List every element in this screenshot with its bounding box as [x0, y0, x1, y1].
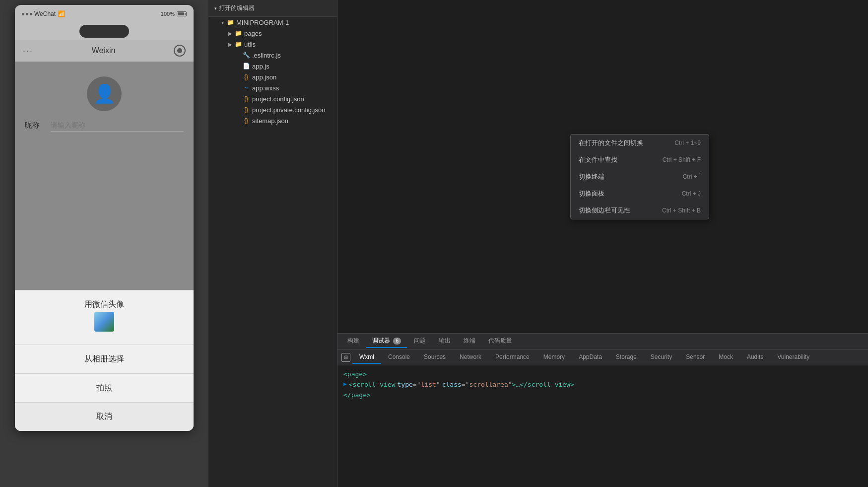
- use-wechat-avatar-label: 用微信头像: [84, 300, 124, 308]
- projectconfig-label: project.config.json: [252, 95, 304, 103]
- battery-tip: [185, 13, 186, 15]
- nickname-label: 昵称: [25, 121, 45, 130]
- dev-tab-storage-label: Storage: [616, 353, 637, 360]
- dev-tab-memory-label: Memory: [543, 353, 565, 360]
- tab-terminal-label: 终端: [464, 337, 475, 344]
- tree-eslintrc[interactable]: 🔧 .eslintrc.js: [208, 50, 337, 61]
- appwxss-icon: ~: [242, 84, 250, 92]
- context-menu: 在打开的文件之间切换 Ctrl + 1~9 在文件中查找 Ctrl + Shif…: [570, 134, 709, 219]
- explorer-header[interactable]: ▾ 打开的编辑器: [208, 0, 337, 17]
- status-left: WeChat 📶: [22, 10, 65, 17]
- phone-nav-bar: ··· Weixin: [15, 40, 194, 62]
- debugger-top-tabs: 构建 调试器 6 问题 输出 终端 代码质量: [337, 334, 868, 349]
- dev-tab-audits[interactable]: Audits: [740, 351, 770, 364]
- context-item-toggle-panel-shortcut: Ctrl + J: [682, 190, 701, 197]
- code-tag-scrollview-close: >…</scroll-view>: [512, 380, 574, 390]
- pages-label: pages: [244, 30, 262, 37]
- tree-pages[interactable]: ▶ 📁 pages: [208, 28, 337, 39]
- context-item-toggle-panel[interactable]: 切换面板 Ctrl + J: [571, 185, 709, 202]
- context-item-switch-files-shortcut: Ctrl + 1~9: [674, 139, 701, 146]
- appwxss-arrow: [234, 84, 242, 92]
- tab-terminal[interactable]: 终端: [458, 335, 481, 348]
- tree-root[interactable]: ▾ 📁 MINIPROGRAM-1: [208, 17, 337, 28]
- tree-utils[interactable]: ▶ 📁 utils: [208, 39, 337, 50]
- context-item-switch-files[interactable]: 在打开的文件之间切换 Ctrl + 1~9: [571, 135, 709, 151]
- appjs-icon: 📄: [242, 62, 250, 70]
- dev-tab-wxml[interactable]: Wxml: [352, 351, 381, 364]
- nav-record-button[interactable]: [174, 45, 186, 57]
- code-attr-type: type="list": [398, 380, 440, 390]
- tab-code-quality-label: 代码质量: [488, 337, 512, 344]
- root-label: MINIPROGRAM-1: [236, 19, 289, 26]
- tree-sitemap[interactable]: {} sitemap.json: [208, 115, 337, 126]
- tree-appjs[interactable]: 📄 app.js: [208, 61, 337, 71]
- status-right: 100%: [161, 11, 187, 17]
- pages-folder-icon: 📁: [234, 29, 242, 37]
- tree-projectconfig[interactable]: {} project.config.json: [208, 93, 337, 104]
- tab-output-label: 输出: [439, 337, 451, 344]
- code-line-2: ▶ <scroll-view type="list" class="scroll…: [343, 380, 862, 390]
- appjson-arrow: [234, 73, 242, 81]
- tab-output[interactable]: 输出: [433, 335, 457, 348]
- phone-content-area: 👤 昵称: [15, 62, 194, 290]
- root-folder-icon: 📁: [226, 18, 234, 26]
- avatar-icon: 👤: [93, 83, 116, 104]
- utils-label: utils: [244, 41, 256, 48]
- dev-tab-appdata[interactable]: AppData: [572, 351, 609, 364]
- context-item-toggle-terminal[interactable]: 切换终端 Ctrl + `: [571, 168, 709, 185]
- tab-debugger[interactable]: 调试器 6: [366, 335, 407, 348]
- debugger-panel: 构建 调试器 6 问题 输出 终端 代码质量 ⊞ Wxml: [337, 333, 868, 487]
- pages-arrow: ▶: [226, 29, 234, 37]
- sitemap-arrow: [234, 117, 242, 125]
- tab-build[interactable]: 构建: [341, 335, 365, 348]
- dev-tab-console[interactable]: Console: [381, 351, 417, 364]
- phone-frame: WeChat 📶 100% ··· Weixin: [15, 5, 194, 431]
- take-photo-button[interactable]: 拍照: [15, 374, 194, 403]
- from-album-button[interactable]: 从相册选择: [15, 345, 194, 374]
- avatar[interactable]: 👤: [87, 76, 122, 111]
- utils-folder-icon: 📁: [234, 40, 242, 48]
- dev-tab-audits-label: Audits: [747, 353, 763, 360]
- context-item-switch-files-label: 在打开的文件之间切换: [579, 139, 643, 147]
- dev-tab-vulnerability[interactable]: Vulnerability: [770, 351, 816, 364]
- code-attr-class: class="scrollarea": [442, 380, 512, 390]
- code-line-3: </page>: [343, 390, 862, 401]
- battery-percent-label: 100%: [161, 11, 175, 17]
- appjson-label: app.json: [252, 73, 276, 81]
- context-item-find-in-file-label: 在文件中查找: [579, 155, 617, 164]
- cancel-button[interactable]: 取消: [15, 403, 194, 431]
- context-item-find-in-file-shortcut: Ctrl + Shift + F: [663, 156, 701, 163]
- dev-tab-security[interactable]: Security: [644, 351, 679, 364]
- nav-more-button[interactable]: ···: [23, 46, 33, 56]
- projectprivate-arrow: [234, 106, 242, 114]
- dot2: [26, 13, 28, 15]
- inspector-icon[interactable]: ⊞: [341, 353, 350, 362]
- tree-appjson[interactable]: {} app.json: [208, 71, 337, 82]
- dev-tab-mock[interactable]: Mock: [712, 351, 740, 364]
- nickname-input[interactable]: [51, 119, 184, 132]
- tab-build-label: 构建: [347, 337, 359, 344]
- phone-bottom-sheet: 用微信头像 从相册选择 拍照 取消: [15, 290, 194, 431]
- context-item-toggle-sidebar-shortcut: Ctrl + Shift + B: [662, 207, 701, 214]
- status-dots: [22, 13, 32, 15]
- tree-projectprivate[interactable]: {} project.private.config.json: [208, 104, 337, 115]
- dev-tab-sensor[interactable]: Sensor: [679, 351, 712, 364]
- eslintrc-arrow: [234, 51, 242, 59]
- dev-tab-performance[interactable]: Performance: [488, 351, 536, 364]
- dev-tab-storage[interactable]: Storage: [609, 351, 644, 364]
- use-wechat-avatar-button[interactable]: 用微信头像: [15, 290, 194, 345]
- dev-tab-memory[interactable]: Memory: [536, 351, 572, 364]
- battery-fill: [178, 12, 184, 15]
- tab-issues[interactable]: 问题: [408, 335, 432, 348]
- context-item-toggle-sidebar[interactable]: 切换侧边栏可见性 Ctrl + Shift + B: [571, 202, 709, 219]
- tree-appwxss[interactable]: ~ app.wxss: [208, 82, 337, 93]
- dev-tab-wxml-label: Wxml: [359, 353, 374, 360]
- dev-tab-sources[interactable]: Sources: [417, 351, 453, 364]
- dev-tab-network[interactable]: Network: [453, 351, 488, 364]
- code-view: <page> ▶ <scroll-view type="list" class=…: [337, 365, 868, 487]
- phone-status-bar: WeChat 📶 100%: [15, 5, 194, 23]
- context-item-find-in-file[interactable]: 在文件中查找 Ctrl + Shift + F: [571, 151, 709, 168]
- tab-code-quality[interactable]: 代码质量: [482, 335, 518, 348]
- eslintrc-label: .eslintrc.js: [252, 52, 281, 59]
- debugger-dev-tabs: ⊞ Wxml Console Sources Network Performan…: [337, 349, 868, 365]
